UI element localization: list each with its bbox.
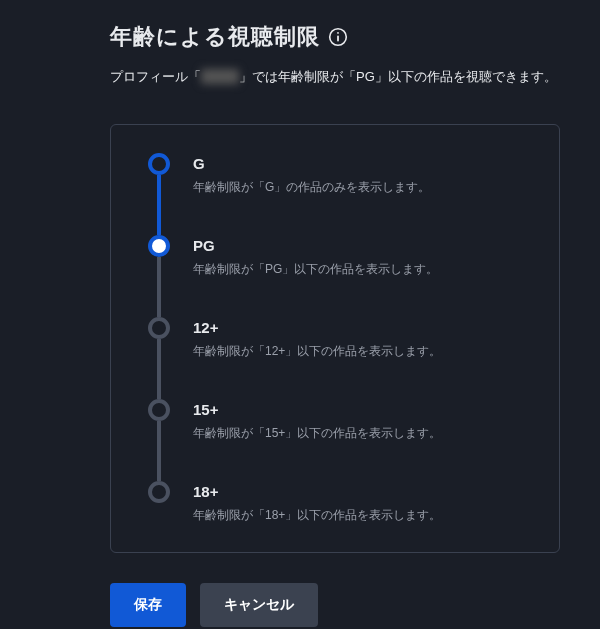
rating-bullet xyxy=(147,317,171,339)
connector xyxy=(157,257,161,317)
rating-option-pg[interactable]: PG 年齢制限が「PG」以下の作品を表示します。 xyxy=(147,235,539,317)
radio-dot-included xyxy=(148,153,170,175)
rating-label: G xyxy=(193,153,539,174)
ratings-panel: G 年齢制限が「G」の作品のみを表示します。 PG 年齢制限が「PG」以下の作品… xyxy=(110,124,560,553)
rating-bullet xyxy=(147,153,171,175)
rating-desc: 年齢制限が「18+」以下の作品を表示します。 xyxy=(193,506,539,524)
rating-body: PG 年齢制限が「PG」以下の作品を表示します。 xyxy=(193,235,539,278)
rating-body: 12+ 年齢制限が「12+」以下の作品を表示します。 xyxy=(193,317,539,360)
rating-label: PG xyxy=(193,235,539,256)
rating-option-12plus[interactable]: 12+ 年齢制限が「12+」以下の作品を表示します。 xyxy=(147,317,539,399)
rating-desc: 年齢制限が「PG」以下の作品を表示します。 xyxy=(193,260,539,278)
rating-desc: 年齢制限が「15+」以下の作品を表示します。 xyxy=(193,424,539,442)
subtitle-prefix: プロフィール「 xyxy=(110,69,201,84)
rating-label: 12+ xyxy=(193,317,539,338)
rating-body: 18+ 年齢制限が「18+」以下の作品を表示します。 xyxy=(193,481,539,524)
rating-body: G 年齢制限が「G」の作品のみを表示します。 xyxy=(193,153,539,196)
connector xyxy=(157,339,161,399)
save-button[interactable]: 保存 xyxy=(110,583,186,627)
subtitle-suffix: 」では年齢制限が「PG」以下の作品を視聴できます。 xyxy=(239,69,557,84)
radio-dot-selected xyxy=(148,235,170,257)
rating-label: 18+ xyxy=(193,481,539,502)
radio-dot xyxy=(148,399,170,421)
svg-rect-2 xyxy=(337,32,339,34)
rating-label: 15+ xyxy=(193,399,539,420)
subtitle: プロフィール「 」では年齢制限が「PG」以下の作品を視聴できます。 xyxy=(110,66,560,88)
rating-desc: 年齢制限が「12+」以下の作品を表示します。 xyxy=(193,342,539,360)
rating-option-g[interactable]: G 年齢制限が「G」の作品のみを表示します。 xyxy=(147,153,539,235)
rating-desc: 年齢制限が「G」の作品のみを表示します。 xyxy=(193,178,539,196)
rating-option-15plus[interactable]: 15+ 年齢制限が「15+」以下の作品を表示します。 xyxy=(147,399,539,481)
info-icon[interactable] xyxy=(328,27,348,47)
page-title: 年齢による視聴制限 xyxy=(110,22,320,52)
cancel-button[interactable]: キャンセル xyxy=(200,583,318,627)
connector xyxy=(157,421,161,481)
profile-name-masked xyxy=(201,69,239,84)
rating-bullet xyxy=(147,235,171,257)
rating-body: 15+ 年齢制限が「15+」以下の作品を表示します。 xyxy=(193,399,539,442)
radio-dot xyxy=(148,481,170,503)
connector-accent xyxy=(157,175,161,235)
svg-rect-1 xyxy=(337,36,339,42)
rating-bullet xyxy=(147,481,171,503)
rating-bullet xyxy=(147,399,171,421)
radio-dot xyxy=(148,317,170,339)
actions-row: 保存 キャンセル xyxy=(110,583,560,627)
rating-option-18plus[interactable]: 18+ 年齢制限が「18+」以下の作品を表示します。 xyxy=(147,481,539,524)
title-row: 年齢による視聴制限 xyxy=(110,22,560,52)
